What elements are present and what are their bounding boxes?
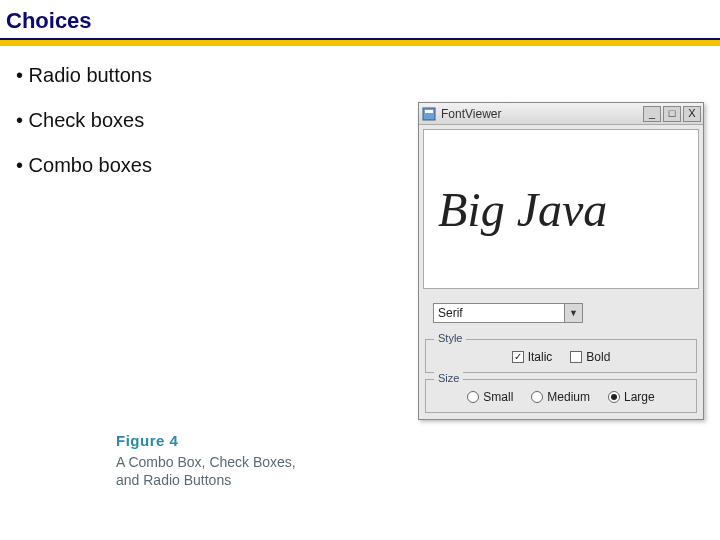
figure-caption: Figure 4 A Combo Box, Check Boxes, and R…: [116, 432, 296, 489]
radio-icon: [467, 391, 479, 403]
radio-label: Large: [624, 390, 655, 404]
figure-text-line: A Combo Box, Check Boxes,: [116, 453, 296, 471]
chevron-down-icon[interactable]: ▼: [564, 304, 582, 322]
checkbox-label: Bold: [586, 350, 610, 364]
medium-radio[interactable]: Medium: [531, 390, 590, 404]
window-title: FontViewer: [441, 107, 643, 121]
svg-rect-1: [425, 110, 433, 113]
titlebar[interactable]: FontViewer _ □ X: [419, 103, 703, 125]
style-group: Style ✓ Italic Bold: [425, 339, 697, 373]
radio-icon: [531, 391, 543, 403]
window-buttons: _ □ X: [643, 106, 701, 122]
sample-text: Big Java: [438, 182, 607, 237]
preview-canvas: Big Java: [423, 129, 699, 289]
large-radio[interactable]: Large: [608, 390, 655, 404]
slide-title: Choices: [0, 0, 720, 40]
maximize-button[interactable]: □: [663, 106, 681, 122]
checkbox-icon: [570, 351, 582, 363]
combo-row: Serif ▼: [419, 293, 703, 337]
minimize-button[interactable]: _: [643, 106, 661, 122]
radio-icon: [608, 391, 620, 403]
svg-rect-0: [423, 108, 435, 120]
size-legend: Size: [434, 372, 463, 384]
style-legend: Style: [434, 332, 466, 344]
font-combo[interactable]: Serif ▼: [433, 303, 583, 323]
style-options: ✓ Italic Bold: [432, 350, 690, 364]
radio-label: Small: [483, 390, 513, 404]
size-options: Small Medium Large: [432, 390, 690, 404]
app-window: FontViewer _ □ X Big Java Serif ▼ Style …: [418, 102, 704, 420]
checkbox-label: Italic: [528, 350, 553, 364]
figure-text-line: and Radio Buttons: [116, 471, 296, 489]
close-button[interactable]: X: [683, 106, 701, 122]
size-group: Size Small Medium Large: [425, 379, 697, 413]
small-radio[interactable]: Small: [467, 390, 513, 404]
radio-dot-icon: [611, 394, 617, 400]
radio-label: Medium: [547, 390, 590, 404]
figure-number: Figure 4: [116, 432, 296, 449]
app-icon: [421, 106, 437, 122]
combo-arrow-glyph: ▼: [569, 308, 578, 318]
italic-checkbox[interactable]: ✓ Italic: [512, 350, 553, 364]
combo-selected-value: Serif: [434, 304, 564, 322]
bold-checkbox[interactable]: Bold: [570, 350, 610, 364]
checkbox-icon: ✓: [512, 351, 524, 363]
list-item: Radio buttons: [16, 64, 720, 87]
